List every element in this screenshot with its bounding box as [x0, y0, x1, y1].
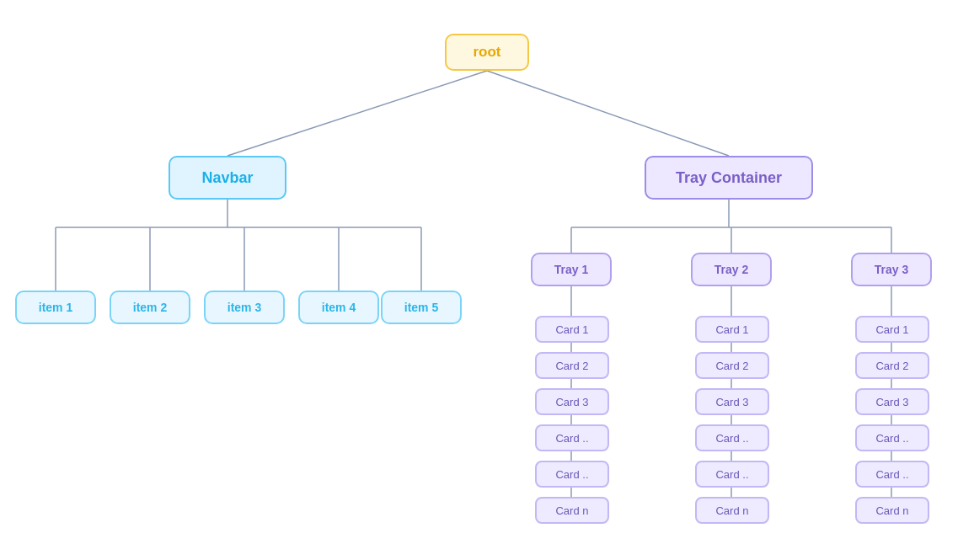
root-node[interactable]: root	[445, 34, 529, 71]
navbar-node[interactable]: Navbar	[169, 156, 286, 200]
tray-2-node[interactable]: Tray 2	[691, 253, 772, 286]
navbar-item-1[interactable]: item 1	[15, 291, 96, 324]
tray3-card-5[interactable]: Card ..	[855, 461, 929, 488]
tray2-card-4[interactable]: Card ..	[695, 424, 769, 451]
navbar-label: Navbar	[201, 169, 253, 187]
tray1-card-5[interactable]: Card ..	[535, 461, 609, 488]
tray1-card-6[interactable]: Card n	[535, 497, 609, 524]
tray1-card-2[interactable]: Card 2	[535, 352, 609, 379]
tray2-card-6[interactable]: Card n	[695, 497, 769, 524]
navbar-item-5[interactable]: item 5	[381, 291, 462, 324]
tray2-card-1[interactable]: Card 1	[695, 316, 769, 343]
tray2-card-5[interactable]: Card ..	[695, 461, 769, 488]
tray-1-node[interactable]: Tray 1	[531, 253, 612, 286]
tray3-card-6[interactable]: Card n	[855, 497, 929, 524]
tray3-card-3[interactable]: Card 3	[855, 388, 929, 415]
navbar-item-4[interactable]: item 4	[298, 291, 379, 324]
root-label: root	[473, 44, 500, 61]
tray1-card-3[interactable]: Card 3	[535, 388, 609, 415]
svg-line-0	[227, 71, 487, 156]
navbar-item-2[interactable]: item 2	[110, 291, 190, 324]
tray2-card-2[interactable]: Card 2	[695, 352, 769, 379]
navbar-item-3[interactable]: item 3	[204, 291, 285, 324]
connector-lines	[0, 0, 974, 560]
tray2-card-3[interactable]: Card 3	[695, 388, 769, 415]
svg-line-1	[487, 71, 729, 156]
tray1-card-1[interactable]: Card 1	[535, 316, 609, 343]
tray1-card-4[interactable]: Card ..	[535, 424, 609, 451]
tray3-card-1[interactable]: Card 1	[855, 316, 929, 343]
tray3-card-4[interactable]: Card ..	[855, 424, 929, 451]
tray-container-node[interactable]: Tray Container	[645, 156, 813, 200]
tray-container-label: Tray Container	[676, 169, 782, 187]
tray-3-node[interactable]: Tray 3	[851, 253, 932, 286]
tray3-card-2[interactable]: Card 2	[855, 352, 929, 379]
